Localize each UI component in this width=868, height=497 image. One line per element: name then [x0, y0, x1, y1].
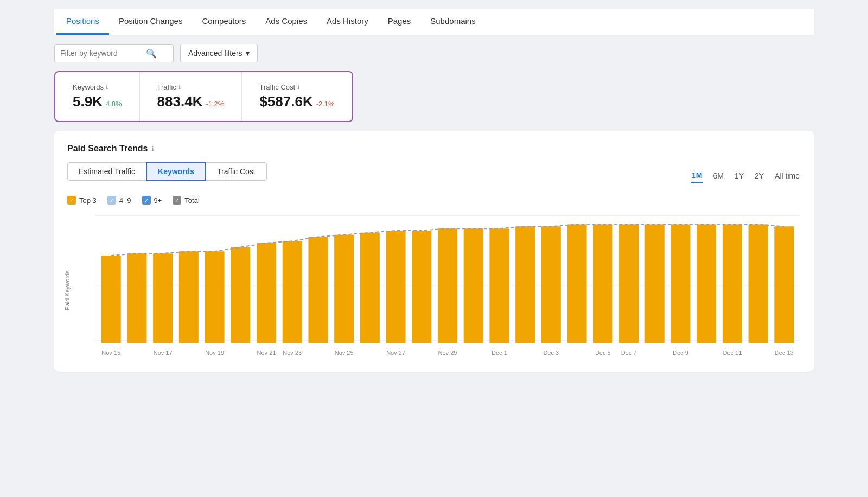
- traffic-label: Traffic: [157, 83, 176, 91]
- svg-rect-22: [541, 226, 561, 343]
- time-1y[interactable]: 1Y: [733, 169, 745, 182]
- svg-rect-30: [749, 225, 768, 343]
- legend-9plus: ✓ 9+: [142, 196, 162, 205]
- search-icon: 🔍: [146, 48, 157, 59]
- stat-keywords: Keywords ℹ 5.9K 4.8%: [55, 72, 140, 121]
- chart-bars: [101, 225, 794, 343]
- tab-positions[interactable]: Positions: [56, 9, 109, 35]
- legend-total: ✓ Total: [173, 196, 199, 205]
- svg-rect-25: [619, 225, 639, 343]
- legend-top3-checkbox[interactable]: ✓: [67, 196, 76, 205]
- svg-rect-15: [360, 233, 380, 343]
- search-button[interactable]: 🔍: [146, 48, 157, 59]
- svg-rect-24: [593, 225, 612, 343]
- chart-card: Paid Search Trends ℹ Estimated Traffic K…: [54, 131, 814, 372]
- svg-text:Nov 27: Nov 27: [386, 349, 405, 356]
- tab-ads-copies[interactable]: Ads Copies: [256, 9, 317, 35]
- svg-rect-19: [464, 228, 483, 343]
- traffic-cost-label: Traffic Cost: [259, 83, 295, 91]
- toggle-keywords[interactable]: Keywords: [146, 162, 206, 181]
- toggle-estimated-traffic[interactable]: Estimated Traffic: [67, 162, 146, 181]
- chart-legend: ✓ Top 3 ✓ 4–9 ✓ 9+ ✓ Total: [67, 196, 801, 205]
- traffic-value: 883.4K: [157, 93, 203, 110]
- chevron-down-icon: ▾: [246, 49, 250, 58]
- time-1m[interactable]: 1M: [691, 169, 703, 183]
- svg-text:Dec 1: Dec 1: [492, 349, 507, 356]
- stat-traffic: Traffic ℹ 883.4K -1.2%: [140, 72, 242, 121]
- toggle-group: Estimated Traffic Keywords Traffic Cost: [67, 162, 267, 181]
- svg-text:Nov 25: Nov 25: [335, 349, 354, 356]
- advanced-filters-button[interactable]: Advanced filters ▾: [180, 44, 258, 62]
- keywords-value: 5.9K: [73, 93, 103, 110]
- svg-rect-12: [283, 241, 302, 343]
- advanced-filters-label: Advanced filters: [188, 49, 242, 58]
- stats-card: Keywords ℹ 5.9K 4.8% Traffic ℹ 883.4K -1…: [54, 71, 353, 122]
- svg-rect-26: [645, 225, 665, 343]
- svg-text:Dec 13: Dec 13: [775, 349, 794, 356]
- svg-rect-18: [438, 228, 457, 343]
- svg-rect-8: [179, 251, 199, 343]
- svg-text:Nov 17: Nov 17: [154, 349, 173, 356]
- stat-traffic-cost: Traffic Cost ℹ $587.6K -2.1%: [242, 72, 352, 121]
- legend-4-9-label: 4–9: [119, 196, 131, 205]
- svg-text:Nov 21: Nov 21: [257, 349, 276, 356]
- svg-rect-7: [153, 253, 173, 343]
- svg-rect-10: [231, 247, 250, 343]
- time-all[interactable]: All time: [774, 169, 801, 182]
- svg-rect-21: [515, 226, 535, 343]
- svg-rect-20: [489, 228, 509, 343]
- main-nav: Positions Position Changes Competitors A…: [54, 9, 814, 35]
- svg-rect-11: [257, 243, 276, 343]
- svg-rect-5: [101, 256, 121, 343]
- legend-4-9: ✓ 4–9: [107, 196, 131, 205]
- chart-header: Paid Search Trends ℹ: [67, 144, 801, 154]
- svg-rect-29: [723, 225, 742, 343]
- time-range-group: 1M 6M 1Y 2Y All time: [691, 169, 801, 183]
- svg-rect-16: [386, 231, 406, 343]
- svg-rect-14: [334, 235, 354, 343]
- svg-rect-6: [127, 253, 146, 343]
- legend-total-label: Total: [184, 196, 199, 205]
- traffic-info-icon[interactable]: ℹ: [178, 84, 181, 91]
- tab-subdomains[interactable]: Subdomains: [420, 9, 485, 35]
- svg-rect-17: [412, 231, 431, 343]
- svg-text:Dec 7: Dec 7: [621, 349, 637, 356]
- tab-position-changes[interactable]: Position Changes: [109, 9, 193, 35]
- svg-rect-31: [774, 226, 794, 343]
- tab-competitors[interactable]: Competitors: [192, 9, 256, 35]
- legend-9plus-checkbox[interactable]: ✓: [142, 196, 151, 205]
- svg-rect-9: [205, 251, 225, 343]
- keywords-info-icon[interactable]: ℹ: [106, 84, 108, 91]
- legend-9plus-label: 9+: [154, 196, 162, 205]
- keywords-change: 4.8%: [106, 100, 122, 108]
- tab-pages[interactable]: Pages: [378, 9, 421, 35]
- legend-top3-label: Top 3: [79, 196, 97, 205]
- svg-rect-13: [308, 237, 328, 343]
- traffic-cost-value: $587.6K: [259, 93, 312, 110]
- tab-ads-history[interactable]: Ads History: [317, 9, 378, 35]
- chart-title: Paid Search Trends: [67, 144, 148, 154]
- x-axis-labels: Nov 15Nov 17Nov 19Nov 21Nov 23Nov 25Nov …: [101, 349, 793, 356]
- chart-container: Paid Keywords 5K 0 Nov: [67, 215, 801, 359]
- svg-text:Nov 23: Nov 23: [283, 349, 302, 356]
- keyword-search-wrapper: 🔍: [54, 44, 174, 62]
- svg-rect-28: [697, 225, 716, 343]
- svg-text:Nov 15: Nov 15: [101, 349, 120, 356]
- chart-svg: 5K 0 Nov 15Nov 17Nov 19Nov 21Nov 23Nov 2…: [94, 215, 801, 356]
- chart-info-icon[interactable]: ℹ: [151, 145, 154, 152]
- chart-controls: Estimated Traffic Keywords Traffic Cost …: [67, 162, 801, 189]
- time-2y[interactable]: 2Y: [754, 169, 765, 182]
- svg-text:Dec 11: Dec 11: [723, 349, 742, 356]
- traffic-cost-change: -2.1%: [316, 100, 335, 108]
- keywords-label: Keywords: [73, 83, 104, 91]
- legend-4-9-checkbox[interactable]: ✓: [107, 196, 116, 205]
- svg-rect-23: [567, 225, 587, 343]
- y-axis-label: Paid Keywords: [64, 270, 71, 310]
- filter-row: 🔍 Advanced filters ▾: [54, 44, 814, 62]
- keyword-search-input[interactable]: [60, 49, 142, 58]
- traffic-cost-info-icon[interactable]: ℹ: [297, 84, 299, 91]
- toggle-traffic-cost[interactable]: Traffic Cost: [206, 162, 267, 181]
- svg-text:Dec 3: Dec 3: [543, 349, 559, 356]
- time-6m[interactable]: 6M: [712, 169, 724, 182]
- legend-total-checkbox[interactable]: ✓: [173, 196, 181, 205]
